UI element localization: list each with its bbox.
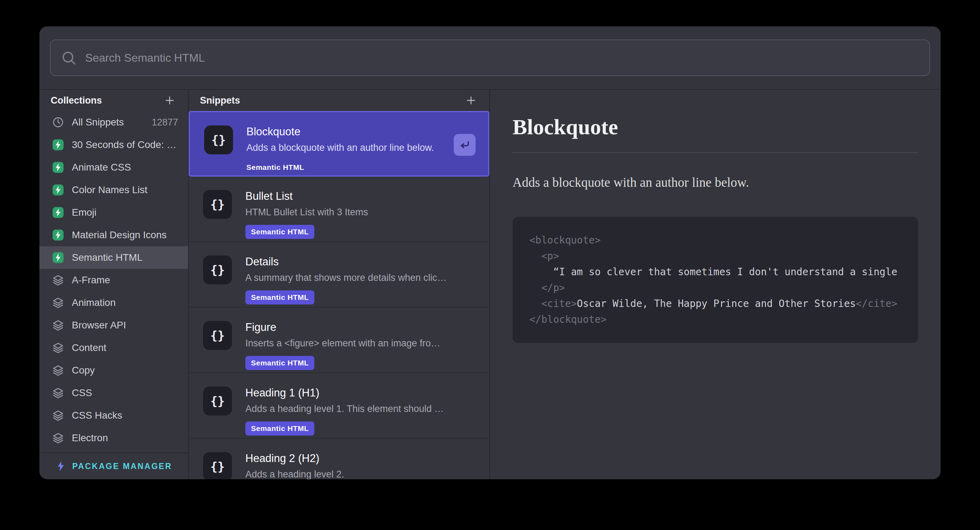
snippet-description: Adds a blockquote with an author line be… — [512, 175, 918, 190]
snippet-description: Adds a heading level 2. — [245, 469, 344, 479]
sidebar-item-all-snippets[interactable]: All Snippets12877 — [40, 111, 188, 134]
plus-icon — [163, 94, 177, 107]
snippet-tag-badge: Semantic HTML — [245, 225, 314, 239]
snippets-header: Snippets — [189, 90, 489, 111]
snippet-text: Bullet ListHTML Bullet List with 3 Items… — [245, 190, 368, 241]
search-icon — [60, 49, 77, 66]
search-box[interactable] — [50, 40, 930, 76]
snippet-tag-badge: Semantic HTML — [245, 356, 314, 370]
collection-label: Copy — [72, 365, 95, 376]
sidebar-item-copy[interactable]: Copy — [40, 359, 188, 382]
add-collection-button[interactable] — [162, 93, 177, 108]
snippet-list: {}BlockquoteAdds a blockquote with an au… — [189, 111, 489, 479]
sidebar-item-css-hacks[interactable]: CSS Hacks — [40, 404, 188, 427]
code-braces-icon: {} — [203, 386, 232, 415]
code-line: </blockquote> — [530, 311, 901, 327]
code-line: “I am so clever that sometimes I don't u… — [530, 264, 901, 280]
collection-label: Emoji — [72, 207, 97, 218]
title-divider — [512, 152, 918, 153]
snippet-title: Figure — [245, 321, 447, 334]
code-braces-icon: {} — [203, 452, 232, 479]
layers-icon — [52, 319, 64, 331]
snippet-description: Adds a blockquote with an author line be… — [247, 142, 434, 153]
code-line: <cite>Oscar Wilde, The Happy Prince and … — [530, 296, 901, 311]
sidebar-item-30-seconds-of-code-ja[interactable]: 30 Seconds of Code: Ja… — [40, 134, 188, 156]
collection-label: CSS — [72, 387, 92, 399]
sidebar-item-electron[interactable]: Electron — [40, 427, 188, 449]
layers-icon — [52, 432, 64, 444]
layers-icon — [52, 342, 64, 354]
collection-label: All Snippets — [72, 117, 124, 128]
main-content: Collections All Snippets1287730 Seconds … — [40, 90, 940, 479]
snippet-row-blockquote[interactable]: {}BlockquoteAdds a blockquote with an au… — [189, 111, 489, 177]
code-line: <blockquote> — [530, 232, 901, 248]
snippet-title: Bullet List — [245, 190, 368, 203]
snippet-title: Heading 2 (H2) — [245, 452, 344, 465]
sidebar-item-semantic-html[interactable]: Semantic HTML — [40, 246, 188, 269]
snippet-row-details[interactable]: {}DetailsA summary that shows more detai… — [189, 242, 489, 308]
layers-icon — [52, 387, 64, 399]
collections-header: Collections — [40, 90, 188, 111]
sidebar-item-animation[interactable]: Animation — [40, 291, 188, 314]
sidebar-item-color-names-list[interactable]: Color Names List — [40, 179, 188, 201]
snippet-title: Blockquote — [247, 125, 434, 138]
collection-label: Animate CSS — [72, 162, 131, 173]
sidebar-item-content[interactable]: Content — [40, 337, 188, 359]
collection-label: CSS Hacks — [72, 410, 122, 421]
collections-title: Collections — [51, 95, 102, 106]
search-input[interactable] — [85, 51, 920, 64]
sidebar-item-material-design-icons[interactable]: Material Design Icons — [40, 224, 188, 246]
snippet-tag-badge: Semantic HTML — [245, 421, 314, 436]
snippet-description: HTML Bullet List with 3 Items — [245, 207, 368, 218]
snippet-description: A summary that shows more details when c… — [245, 272, 447, 283]
collection-label: A-Frame — [72, 275, 110, 286]
sidebar-item-browser-api[interactable]: Browser API — [40, 314, 188, 337]
sidebar-item-emoji[interactable]: Emoji — [40, 201, 188, 224]
return-icon — [458, 138, 471, 152]
package-manager-button[interactable]: PACKAGE MANAGER — [40, 452, 188, 479]
collection-label: Material Design Icons — [72, 230, 167, 241]
sidebar-item-css[interactable]: CSS — [40, 382, 188, 404]
snippet-row-bullet-list[interactable]: {}Bullet ListHTML Bullet List with 3 Ite… — [189, 177, 489, 242]
bolt-icon — [52, 139, 64, 151]
snippet-text: Heading 1 (H1)Adds a heading level 1. Th… — [245, 386, 447, 438]
lightning-icon — [55, 461, 67, 472]
collection-label: 30 Seconds of Code: Ja… — [72, 139, 178, 150]
sidebar-item-a-frame[interactable]: A-Frame — [40, 269, 188, 291]
sidebar-item-animate-css[interactable]: Animate CSS — [40, 156, 188, 179]
plus-icon — [464, 94, 478, 107]
collection-label: Electron — [72, 433, 108, 444]
snippet-row-heading-2-h2[interactable]: {}Heading 2 (H2)Adds a heading level 2.S… — [189, 439, 489, 479]
code-line: <p> — [530, 248, 901, 264]
snippet-description: Inserts a <figure> element with an image… — [245, 338, 447, 349]
collection-label: Browser API — [72, 319, 126, 331]
snippet-text: BlockquoteAdds a blockquote with an auth… — [247, 125, 434, 176]
page-title: Blockquote — [512, 115, 918, 140]
detail-pane: Blockquote Adds a blockquote with an aut… — [490, 90, 940, 479]
collection-label: Semantic HTML — [72, 252, 143, 263]
snippet-row-figure[interactable]: {}FigureInserts a <figure> element with … — [189, 308, 489, 373]
code-braces-icon: {} — [203, 255, 232, 284]
code-line: </p> — [530, 280, 901, 296]
snippet-text: DetailsA summary that shows more details… — [245, 255, 447, 307]
bolt-icon — [52, 184, 64, 196]
layers-icon — [52, 297, 64, 309]
code-braces-icon: {} — [203, 321, 232, 350]
add-snippet-button[interactable] — [463, 93, 479, 108]
snippet-title: Heading 1 (H1) — [245, 386, 447, 399]
insert-snippet-button[interactable] — [454, 134, 476, 156]
clock-icon — [52, 116, 64, 128]
snippet-tag-badge: Semantic HTML — [247, 160, 310, 174]
snippet-row-heading-1-h1[interactable]: {}Heading 1 (H1)Adds a heading level 1. … — [189, 373, 489, 439]
search-header — [40, 26, 940, 90]
snippet-text: Heading 2 (H2)Adds a heading level 2.Sem… — [245, 452, 344, 479]
collections-list: All Snippets1287730 Seconds of Code: Ja…… — [40, 111, 188, 452]
collection-label: Color Names List — [72, 184, 148, 196]
app-window: Collections All Snippets1287730 Seconds … — [40, 26, 940, 479]
snippet-tag-badge: Semantic HTML — [245, 291, 314, 305]
snippet-text: FigureInserts a <figure> element with an… — [245, 321, 447, 372]
code-braces-icon: {} — [203, 190, 232, 219]
bolt-icon — [52, 229, 64, 241]
collection-label: Animation — [72, 297, 116, 308]
layers-icon — [52, 364, 64, 376]
